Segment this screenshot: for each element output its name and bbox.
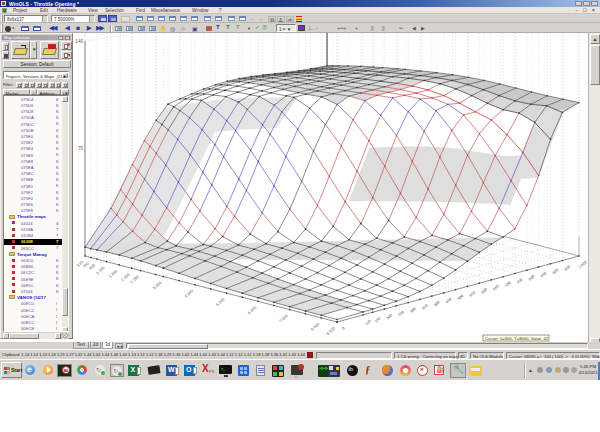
svg-text:700: 700 <box>504 281 511 288</box>
svg-text:110: 110 <box>365 319 372 326</box>
svg-text:200: 200 <box>386 313 393 320</box>
svg-text:0: 0 <box>341 326 345 330</box>
svg-text:3.000: 3.000 <box>152 280 163 291</box>
svg-text:6.000: 6.000 <box>246 304 257 315</box>
svg-text:850: 850 <box>540 271 547 278</box>
svg-text:8.500: 8.500 <box>325 325 336 336</box>
svg-text:750: 750 <box>516 278 523 285</box>
svg-text:8.000: 8.000 <box>310 321 321 332</box>
svg-text:250: 250 <box>398 310 405 317</box>
svg-text:1.600: 1.600 <box>107 268 118 279</box>
svg-text:800: 800 <box>528 274 535 281</box>
svg-text:150: 150 <box>374 317 381 324</box>
svg-text:1.020: 1.020 <box>578 260 588 269</box>
svg-text:70: 70 <box>78 146 84 151</box>
svg-text:900: 900 <box>552 268 559 275</box>
svg-text:650: 650 <box>492 284 499 291</box>
svg-text:1.200: 1.200 <box>95 265 106 276</box>
svg-text:300: 300 <box>409 307 416 314</box>
svg-text:900: 900 <box>88 262 97 271</box>
svg-text:950: 950 <box>564 265 571 272</box>
svg-text:140: 140 <box>75 39 83 44</box>
svg-text:400: 400 <box>433 300 440 307</box>
svg-text:600: 600 <box>481 287 488 294</box>
svg-text:350: 350 <box>421 304 428 311</box>
svg-text:7.000: 7.000 <box>278 313 289 324</box>
svg-text:550: 550 <box>469 291 476 298</box>
svg-text:4.000: 4.000 <box>183 288 194 299</box>
svg-text:5.000: 5.000 <box>215 296 226 307</box>
svg-text:500: 500 <box>457 294 464 301</box>
svg-text:Cursor: 0=600, Y=8000, Value:: Cursor: 0=600, Y=8000, Value: 42 <box>485 336 549 341</box>
svg-text:450: 450 <box>445 297 452 304</box>
